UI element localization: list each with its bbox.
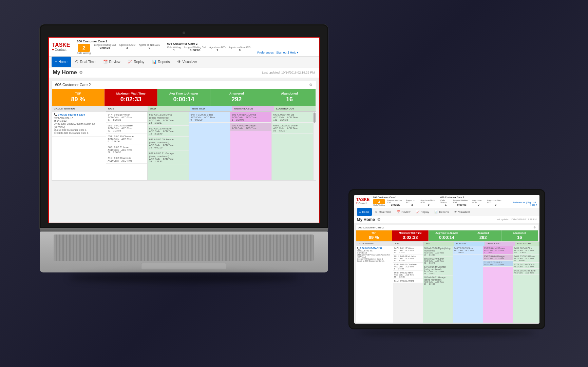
tablet-gear-icon[interactable]: ⚙	[377, 217, 381, 222]
tablet-idle-col: 647 I 0:01:16 Vivian ACD CallsACD Time 6…	[393, 246, 423, 323]
tablet-nav-review[interactable]: 📅 Review	[394, 208, 413, 216]
nav-replay-label: Replay	[134, 60, 144, 64]
tablet-content: 606 Customer Care 2 ⚙ TSF 89 % Maximum W…	[354, 223, 539, 324]
q1-nacd: Agents on Non-ACD 0	[139, 44, 160, 54]
queue-1-name: 600 Customer Care 1	[77, 40, 160, 43]
tablet-diane: 646 L 13:55:26 Diane ACD CallsACD Time 5…	[513, 254, 539, 263]
tablet-michelle-vals: 521:23:53	[394, 260, 422, 262]
idle-header: IDLE	[106, 106, 148, 111]
tablet-maxwait-label: Maximum Wait Time	[394, 232, 427, 234]
ch-acd-calls-label: ACD Calls	[108, 138, 119, 140]
myrta-acd-calls: 23	[149, 122, 152, 124]
tablet-header-links[interactable]: Preferences | Sign out | Help ▾	[508, 201, 537, 206]
liz-acd-time: 0:36:35	[280, 119, 288, 121]
megan-acd-time-label: ACD Time	[246, 127, 257, 129]
diane-status: 646 L 13:55:26 Diane	[273, 124, 311, 127]
tablet-charlene-vals: 60:48:56	[394, 268, 422, 270]
nav-visualizer[interactable]: 👁 Visualizer	[174, 57, 201, 67]
tablet-stats-row: TSF 89 % Maximum Wait Time 0:02:33 Avg T…	[356, 230, 538, 242]
nav-realtime[interactable]: ⏱ Real-Time	[72, 57, 99, 67]
nav-visualizer-label: Visualizer	[183, 60, 197, 64]
liz-values: 161 0:36:35	[273, 119, 311, 121]
karen-acd-time-label: ACD Time	[163, 130, 174, 132]
diane-acd-calls-label: ACD Calls	[273, 127, 284, 129]
jen-status: 637 A 0:06:59 Jennifer	[149, 138, 187, 141]
tablet-avg-value: 0:00:14	[430, 235, 463, 240]
tablet-q1-cw-label: Calls Waiting	[373, 204, 385, 206]
nav-review-label: Review	[109, 60, 120, 64]
sean-acd-calls-label: ACD Calls	[191, 116, 202, 119]
tsf-label: TSF	[55, 92, 101, 95]
george-stats: ACD Calls ACD Time	[149, 158, 187, 160]
a-acd-time-label: ACD Time	[121, 160, 132, 162]
m-acd-calls-label: ACD Calls	[108, 127, 119, 129]
tablet-q2-acd-label: Agents on ACD	[472, 199, 485, 203]
unavail-col: 693 X 0:01:41 Donna ACD Calls ACD Time 1	[230, 112, 272, 180]
tablet-charlene: 653 I 0:00:40 Charlene ACD CallsACD Time…	[393, 263, 423, 271]
tablet-nav-replay[interactable]: 📈 Replay	[414, 208, 432, 216]
maxwait-value: 0:02:33	[108, 96, 154, 103]
q2-acd-value: 7	[216, 48, 218, 52]
agent-diane: 646 L 13:55:26 Diane ACD Calls ACD Time …	[272, 123, 313, 134]
nav-home[interactable]: ⌂ Home	[52, 57, 71, 67]
nav-reports[interactable]: 📊 Reports	[149, 57, 173, 67]
tablet-michelle: 681 I 0:00:43 Michelle ACD CallsACD Time…	[393, 254, 423, 263]
call-from: from AUSTIN, TX	[54, 116, 104, 119]
diane-acd-time-label: ACD Time	[287, 127, 298, 129]
header-links[interactable]: Preferences | Sign out | Help ▾	[257, 51, 299, 54]
agent-george: 697 A 0:06:21 George (being monitored) A…	[148, 150, 189, 164]
home-icon: ⌂	[55, 60, 57, 64]
tablet-q2-acd: Agents on ACD 7	[472, 199, 485, 206]
nav-review[interactable]: 📅 Review	[100, 57, 124, 67]
tablet-calendar-icon: 📅	[397, 210, 400, 213]
agent-sean: 645 T 0:00:33 Sean ACD Calls ACD Time 0	[189, 112, 230, 123]
tablet-stat-maxwait: Maximum Wait Time 0:02:33	[392, 230, 429, 241]
tablet-nav-visualizer[interactable]: 👁 Visualizer	[452, 208, 472, 216]
tablet-michelle-status: 681 I 0:00:43 Michelle	[394, 255, 422, 258]
tablet-agents-main: IDLE ACD NON-ACD UNAVAILAB	[393, 242, 539, 323]
answered-value: 292	[214, 96, 260, 103]
q2-cw-value: 1	[173, 48, 175, 52]
tablet-q2-acd-value: 7	[478, 203, 479, 206]
tablet-home-icon: ⌂	[359, 210, 361, 213]
i-acd-calls: 58	[108, 151, 111, 154]
karen-acd-calls: 72	[149, 132, 152, 135]
tablet-donna-vals: 10:00:00	[484, 251, 512, 253]
vivian-stats: ACD Calls ACD Time	[108, 116, 146, 119]
call-item-0: 📞 0:00:26 512-964-1234 from AUSTIN, TX a…	[52, 111, 106, 137]
scrollbar[interactable]	[313, 112, 316, 180]
tablet-realtime-label: Real-Time	[379, 210, 392, 213]
ch-acd-time: 0:48:56	[112, 140, 119, 143]
tablet-device: TASKE ♥ Contact 600 Customer Care 1	[348, 189, 545, 329]
i-acd-time: 2:30:50	[113, 151, 121, 154]
tablet-q1-stats: 2 Calls Waiting Longest Waiting Call 0:0…	[373, 199, 437, 206]
app-laptop: TASKE ♥ Contact 600 Customer Care 1	[49, 38, 319, 223]
tablet-q2-cw: Calls Waiting 1	[440, 199, 451, 206]
q2-calls-waiting: Calls Waiting 1	[167, 46, 181, 52]
ch-acd-time-label: ACD Time	[121, 138, 132, 140]
logo-text: TASKE	[52, 42, 70, 48]
loggedout-header: LOGGED OUT	[274, 106, 316, 111]
tablet-loggedout-hdr: LOGGED OUT	[515, 242, 539, 246]
tablet-call-dnis: DNIS 2387 387NAU North Austin TX (387NAU…	[357, 254, 392, 258]
jen-acd-calls-label: ACD Calls	[149, 144, 160, 146]
q1-nacd-label: Agents on Non-ACD	[139, 44, 160, 46]
liz-acd-calls: 161	[273, 119, 278, 121]
agents-table: CALLS WAITING 📞 0:00:26 512-964-1234 fro…	[52, 106, 316, 181]
tablet-queue-1: 600 Customer Care 1 2 Calls Waiting Long…	[373, 196, 437, 206]
settings-gear-icon[interactable]: ⚙	[79, 70, 83, 75]
tablet-reports-icon: 📊	[434, 210, 438, 213]
donna-stats: ACD Calls ACD Time	[232, 116, 270, 119]
i-stats: ACD Calls ACD Time	[108, 149, 146, 151]
tablet-vivian: 647 I 0:01:16 Vivian ACD CallsACD Time 6…	[393, 246, 423, 254]
tablet-review-label: Review	[401, 210, 410, 213]
tablet-liz-vals: 1610:36:35	[514, 251, 539, 253]
tablet-nav-reports[interactable]: 📊 Reports	[432, 208, 451, 216]
stat-answered: Answered 292	[210, 89, 263, 106]
ch-values: 6 0:48:56	[108, 140, 146, 143]
tablet-nav-home[interactable]: ⌂ Home	[357, 208, 372, 216]
tablet-nav-realtime[interactable]: ⏱ Real-Time	[373, 208, 394, 216]
george-acd-time: 1:34:33	[154, 160, 162, 163]
nav-replay[interactable]: 📈 Replay	[124, 57, 148, 67]
karen-stats: ACD Calls ACD Time	[149, 130, 187, 132]
